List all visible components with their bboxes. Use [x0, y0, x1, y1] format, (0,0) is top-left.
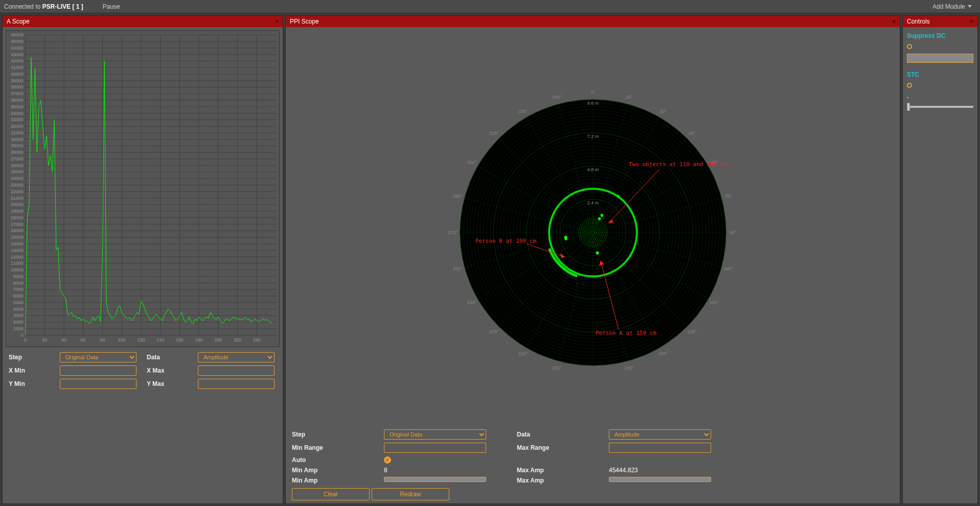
svg-text:35000: 35000: [11, 104, 24, 109]
svg-text:17000: 17000: [11, 222, 24, 227]
svg-text:105°: 105°: [723, 266, 733, 271]
svg-rect-228: [596, 251, 599, 254]
minamp-label: Min Amp: [292, 467, 353, 474]
svg-text:195°: 195°: [552, 365, 561, 370]
svg-text:22000: 22000: [11, 189, 24, 194]
svg-text:285°: 285°: [453, 194, 463, 199]
auto-checkbox[interactable]: ✓: [384, 456, 391, 464]
svg-text:270°: 270°: [448, 230, 458, 235]
svg-rect-231: [617, 195, 619, 198]
svg-text:345°: 345°: [552, 95, 561, 100]
svg-text:45°: 45°: [688, 131, 695, 136]
ppi-step-label: Step: [292, 429, 353, 440]
svg-text:1000: 1000: [13, 326, 24, 331]
svg-text:37000: 37000: [11, 91, 24, 96]
maxamp-slider[interactable]: [609, 477, 711, 482]
svg-text:Two objects at 110 and 140 cm: Two objects at 110 and 140 cm: [629, 161, 727, 168]
top-toolbar: Connected to PSR-LIVE [ 1 ] Pause Add Mo…: [0, 0, 980, 13]
svg-text:32000: 32000: [11, 124, 24, 129]
svg-text:4.8 m: 4.8 m: [587, 167, 599, 172]
svg-text:24000: 24000: [11, 176, 24, 181]
svg-text:14000: 14000: [11, 241, 24, 246]
connection-status: Connected to PSR-LIVE [ 1 ]: [4, 3, 83, 10]
svg-text:21000: 21000: [11, 196, 24, 201]
maxrange-input[interactable]: [609, 443, 711, 453]
svg-text:135°: 135°: [687, 329, 697, 334]
svg-text:11000: 11000: [11, 261, 24, 266]
close-icon[interactable]: ×: [970, 18, 973, 25]
minamp-slider[interactable]: [384, 477, 486, 482]
svg-rect-226: [598, 217, 601, 220]
stc-radio[interactable]: [907, 83, 912, 88]
svg-text:8000: 8000: [13, 281, 24, 286]
svg-text:165°: 165°: [624, 365, 634, 370]
svg-text:3000: 3000: [13, 313, 24, 318]
data-select[interactable]: Amplitude: [198, 352, 275, 362]
add-module-button[interactable]: Add Module: [928, 2, 976, 11]
svg-text:150°: 150°: [658, 351, 668, 356]
svg-text:75°: 75°: [724, 194, 732, 199]
svg-text:27000: 27000: [11, 156, 24, 162]
stc-value: -: [907, 94, 973, 101]
close-icon[interactable]: ×: [275, 18, 279, 25]
svg-text:2000: 2000: [13, 319, 24, 325]
svg-text:60: 60: [81, 337, 86, 342]
maxrange-label: Max Range: [517, 443, 578, 453]
minrange-input[interactable]: [384, 443, 486, 453]
xmax-input[interactable]: [198, 365, 275, 376]
suppress-dc-radio[interactable]: [907, 44, 912, 49]
ascope-panel: A Scope × 010002000300040005000600070008…: [2, 15, 283, 504]
clear-button[interactable]: Clear: [292, 488, 370, 500]
ascope-title: A Scope: [7, 18, 30, 25]
minamp-value: 8: [384, 467, 486, 474]
svg-text:240°: 240°: [467, 300, 476, 305]
svg-text:19000: 19000: [11, 209, 24, 214]
ppi-panel: PPI Scope × 2.4 m4.8 m7.2 m9.6 m0°15°30°…: [285, 15, 900, 504]
maxamp2-label: Max Amp: [517, 477, 578, 484]
svg-text:0°: 0°: [590, 90, 595, 95]
svg-text:Person B at 200 cm: Person B at 200 cm: [475, 238, 537, 244]
step-select[interactable]: Original Data: [60, 352, 136, 362]
ppi-step-select[interactable]: Original Data: [384, 429, 486, 440]
svg-text:90°: 90°: [730, 230, 737, 235]
maxamp-value: 45444.823: [609, 467, 711, 474]
svg-text:16000: 16000: [11, 228, 24, 233]
ymax-label: Y Max: [147, 379, 188, 389]
svg-text:20: 20: [42, 337, 47, 342]
ppi-data-label: Data: [517, 429, 578, 440]
svg-text:0: 0: [24, 337, 27, 342]
xmin-input[interactable]: [60, 365, 136, 376]
svg-text:7000: 7000: [13, 287, 24, 292]
ymax-input[interactable]: [198, 379, 275, 389]
caret-down-icon: [968, 5, 972, 8]
step-label: Step: [9, 352, 50, 362]
svg-rect-230: [564, 237, 567, 240]
svg-text:9000: 9000: [13, 274, 24, 279]
minamp2-label: Min Amp: [292, 477, 353, 484]
svg-text:9.6 m: 9.6 m: [587, 101, 599, 106]
pause-button[interactable]: Pause: [99, 2, 124, 11]
svg-text:100: 100: [118, 337, 126, 342]
ppi-data-select[interactable]: Amplitude: [609, 429, 711, 440]
svg-text:18000: 18000: [11, 215, 24, 220]
svg-text:0: 0: [21, 333, 24, 338]
svg-text:10000: 10000: [11, 267, 24, 272]
svg-text:20000: 20000: [11, 202, 24, 207]
svg-text:43000: 43000: [11, 52, 24, 57]
stc-slider[interactable]: [907, 104, 973, 110]
auto-label: Auto: [292, 456, 353, 464]
svg-text:160: 160: [176, 337, 184, 342]
svg-text:26000: 26000: [11, 163, 24, 168]
ymin-input[interactable]: [60, 379, 136, 389]
svg-text:46000: 46000: [11, 32, 24, 37]
svg-text:5000: 5000: [13, 300, 24, 305]
suppress-dc-input[interactable]: [907, 54, 973, 63]
svg-text:31000: 31000: [11, 130, 24, 135]
svg-text:255°: 255°: [453, 266, 463, 271]
svg-text:36000: 36000: [11, 98, 24, 103]
maxamp-label: Max Amp: [517, 467, 578, 474]
redraw-button[interactable]: Redraw: [372, 488, 449, 500]
ascope-chart: 0100020003000400050006000700080009000100…: [6, 30, 280, 347]
close-icon[interactable]: ×: [892, 18, 896, 25]
svg-text:180°: 180°: [588, 370, 598, 371]
